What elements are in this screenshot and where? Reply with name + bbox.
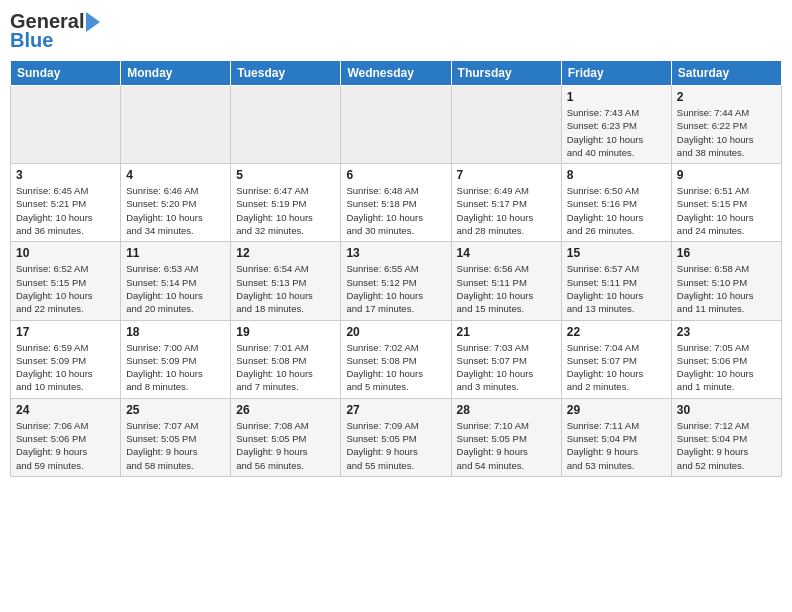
weekday-header: Sunday xyxy=(11,61,121,86)
day-info: Sunrise: 6:49 AM Sunset: 5:17 PM Dayligh… xyxy=(457,184,556,237)
weekday-header: Monday xyxy=(121,61,231,86)
day-info: Sunrise: 6:53 AM Sunset: 5:14 PM Dayligh… xyxy=(126,262,225,315)
day-info: Sunrise: 6:57 AM Sunset: 5:11 PM Dayligh… xyxy=(567,262,666,315)
day-info: Sunrise: 7:07 AM Sunset: 5:05 PM Dayligh… xyxy=(126,419,225,472)
day-number: 19 xyxy=(236,325,335,339)
day-number: 28 xyxy=(457,403,556,417)
day-number: 9 xyxy=(677,168,776,182)
day-number: 22 xyxy=(567,325,666,339)
day-number: 17 xyxy=(16,325,115,339)
calendar-day-cell: 12Sunrise: 6:54 AM Sunset: 5:13 PM Dayli… xyxy=(231,242,341,320)
weekday-header: Thursday xyxy=(451,61,561,86)
day-number: 20 xyxy=(346,325,445,339)
day-number: 10 xyxy=(16,246,115,260)
day-info: Sunrise: 6:52 AM Sunset: 5:15 PM Dayligh… xyxy=(16,262,115,315)
day-info: Sunrise: 6:55 AM Sunset: 5:12 PM Dayligh… xyxy=(346,262,445,315)
calendar-day-cell: 10Sunrise: 6:52 AM Sunset: 5:15 PM Dayli… xyxy=(11,242,121,320)
calendar-day-cell: 25Sunrise: 7:07 AM Sunset: 5:05 PM Dayli… xyxy=(121,398,231,476)
calendar-day-cell: 3Sunrise: 6:45 AM Sunset: 5:21 PM Daylig… xyxy=(11,164,121,242)
day-number: 11 xyxy=(126,246,225,260)
calendar-day-cell xyxy=(231,86,341,164)
calendar-day-cell: 19Sunrise: 7:01 AM Sunset: 5:08 PM Dayli… xyxy=(231,320,341,398)
calendar-day-cell xyxy=(121,86,231,164)
calendar-day-cell: 27Sunrise: 7:09 AM Sunset: 5:05 PM Dayli… xyxy=(341,398,451,476)
day-number: 25 xyxy=(126,403,225,417)
calendar-day-cell: 13Sunrise: 6:55 AM Sunset: 5:12 PM Dayli… xyxy=(341,242,451,320)
logo: General Blue xyxy=(10,10,100,52)
day-info: Sunrise: 7:04 AM Sunset: 5:07 PM Dayligh… xyxy=(567,341,666,394)
calendar-table: SundayMondayTuesdayWednesdayThursdayFrid… xyxy=(10,60,782,477)
calendar-week-row: 10Sunrise: 6:52 AM Sunset: 5:15 PM Dayli… xyxy=(11,242,782,320)
day-info: Sunrise: 7:09 AM Sunset: 5:05 PM Dayligh… xyxy=(346,419,445,472)
day-info: Sunrise: 6:54 AM Sunset: 5:13 PM Dayligh… xyxy=(236,262,335,315)
logo-blue: Blue xyxy=(10,29,53,52)
day-info: Sunrise: 6:59 AM Sunset: 5:09 PM Dayligh… xyxy=(16,341,115,394)
calendar-day-cell: 15Sunrise: 6:57 AM Sunset: 5:11 PM Dayli… xyxy=(561,242,671,320)
calendar-day-cell: 14Sunrise: 6:56 AM Sunset: 5:11 PM Dayli… xyxy=(451,242,561,320)
day-number: 5 xyxy=(236,168,335,182)
day-info: Sunrise: 7:00 AM Sunset: 5:09 PM Dayligh… xyxy=(126,341,225,394)
day-info: Sunrise: 6:48 AM Sunset: 5:18 PM Dayligh… xyxy=(346,184,445,237)
day-number: 30 xyxy=(677,403,776,417)
day-number: 13 xyxy=(346,246,445,260)
day-number: 7 xyxy=(457,168,556,182)
calendar-day-cell xyxy=(341,86,451,164)
calendar-week-row: 17Sunrise: 6:59 AM Sunset: 5:09 PM Dayli… xyxy=(11,320,782,398)
calendar-day-cell: 2Sunrise: 7:44 AM Sunset: 6:22 PM Daylig… xyxy=(671,86,781,164)
weekday-header: Tuesday xyxy=(231,61,341,86)
day-number: 21 xyxy=(457,325,556,339)
calendar-week-row: 1Sunrise: 7:43 AM Sunset: 6:23 PM Daylig… xyxy=(11,86,782,164)
day-number: 29 xyxy=(567,403,666,417)
day-info: Sunrise: 7:43 AM Sunset: 6:23 PM Dayligh… xyxy=(567,106,666,159)
day-number: 3 xyxy=(16,168,115,182)
day-info: Sunrise: 6:50 AM Sunset: 5:16 PM Dayligh… xyxy=(567,184,666,237)
day-number: 14 xyxy=(457,246,556,260)
calendar-day-cell: 21Sunrise: 7:03 AM Sunset: 5:07 PM Dayli… xyxy=(451,320,561,398)
calendar-day-cell: 22Sunrise: 7:04 AM Sunset: 5:07 PM Dayli… xyxy=(561,320,671,398)
calendar-day-cell: 17Sunrise: 6:59 AM Sunset: 5:09 PM Dayli… xyxy=(11,320,121,398)
calendar-day-cell: 7Sunrise: 6:49 AM Sunset: 5:17 PM Daylig… xyxy=(451,164,561,242)
calendar-week-row: 24Sunrise: 7:06 AM Sunset: 5:06 PM Dayli… xyxy=(11,398,782,476)
calendar-day-cell: 24Sunrise: 7:06 AM Sunset: 5:06 PM Dayli… xyxy=(11,398,121,476)
day-info: Sunrise: 7:10 AM Sunset: 5:05 PM Dayligh… xyxy=(457,419,556,472)
day-info: Sunrise: 7:12 AM Sunset: 5:04 PM Dayligh… xyxy=(677,419,776,472)
calendar-header-row: SundayMondayTuesdayWednesdayThursdayFrid… xyxy=(11,61,782,86)
day-number: 18 xyxy=(126,325,225,339)
day-number: 24 xyxy=(16,403,115,417)
calendar-day-cell: 18Sunrise: 7:00 AM Sunset: 5:09 PM Dayli… xyxy=(121,320,231,398)
day-number: 1 xyxy=(567,90,666,104)
day-info: Sunrise: 7:02 AM Sunset: 5:08 PM Dayligh… xyxy=(346,341,445,394)
day-number: 26 xyxy=(236,403,335,417)
calendar-week-row: 3Sunrise: 6:45 AM Sunset: 5:21 PM Daylig… xyxy=(11,164,782,242)
day-number: 8 xyxy=(567,168,666,182)
day-number: 2 xyxy=(677,90,776,104)
day-info: Sunrise: 6:46 AM Sunset: 5:20 PM Dayligh… xyxy=(126,184,225,237)
calendar-day-cell: 6Sunrise: 6:48 AM Sunset: 5:18 PM Daylig… xyxy=(341,164,451,242)
calendar-day-cell: 23Sunrise: 7:05 AM Sunset: 5:06 PM Dayli… xyxy=(671,320,781,398)
calendar-day-cell: 9Sunrise: 6:51 AM Sunset: 5:15 PM Daylig… xyxy=(671,164,781,242)
day-info: Sunrise: 7:11 AM Sunset: 5:04 PM Dayligh… xyxy=(567,419,666,472)
page-header: General Blue xyxy=(10,10,782,52)
day-number: 12 xyxy=(236,246,335,260)
day-info: Sunrise: 7:05 AM Sunset: 5:06 PM Dayligh… xyxy=(677,341,776,394)
day-info: Sunrise: 6:56 AM Sunset: 5:11 PM Dayligh… xyxy=(457,262,556,315)
day-info: Sunrise: 6:45 AM Sunset: 5:21 PM Dayligh… xyxy=(16,184,115,237)
day-number: 6 xyxy=(346,168,445,182)
day-info: Sunrise: 7:06 AM Sunset: 5:06 PM Dayligh… xyxy=(16,419,115,472)
calendar-day-cell: 5Sunrise: 6:47 AM Sunset: 5:19 PM Daylig… xyxy=(231,164,341,242)
calendar-day-cell: 29Sunrise: 7:11 AM Sunset: 5:04 PM Dayli… xyxy=(561,398,671,476)
day-number: 4 xyxy=(126,168,225,182)
day-number: 16 xyxy=(677,246,776,260)
weekday-header: Wednesday xyxy=(341,61,451,86)
day-info: Sunrise: 6:51 AM Sunset: 5:15 PM Dayligh… xyxy=(677,184,776,237)
day-info: Sunrise: 7:03 AM Sunset: 5:07 PM Dayligh… xyxy=(457,341,556,394)
logo-arrow-icon xyxy=(86,12,100,32)
calendar-day-cell: 16Sunrise: 6:58 AM Sunset: 5:10 PM Dayli… xyxy=(671,242,781,320)
weekday-header: Friday xyxy=(561,61,671,86)
calendar-day-cell: 1Sunrise: 7:43 AM Sunset: 6:23 PM Daylig… xyxy=(561,86,671,164)
day-number: 15 xyxy=(567,246,666,260)
day-info: Sunrise: 6:47 AM Sunset: 5:19 PM Dayligh… xyxy=(236,184,335,237)
calendar-day-cell: 28Sunrise: 7:10 AM Sunset: 5:05 PM Dayli… xyxy=(451,398,561,476)
day-info: Sunrise: 7:08 AM Sunset: 5:05 PM Dayligh… xyxy=(236,419,335,472)
calendar-day-cell: 20Sunrise: 7:02 AM Sunset: 5:08 PM Dayli… xyxy=(341,320,451,398)
